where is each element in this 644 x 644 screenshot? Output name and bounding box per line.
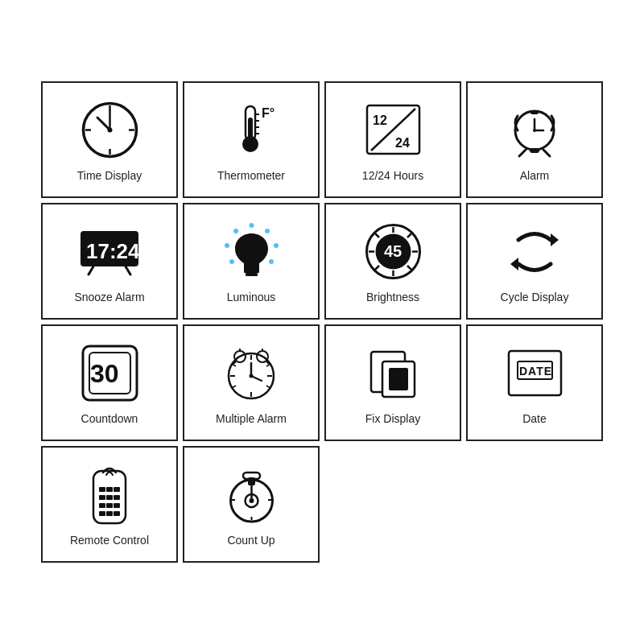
svg-point-41	[225, 243, 229, 248]
svg-rect-87	[99, 495, 105, 500]
svg-rect-79	[389, 368, 408, 390]
svg-line-24	[519, 150, 526, 156]
multiple-alarm-icon	[219, 341, 283, 406]
svg-text:17:24: 17:24	[86, 239, 140, 263]
time-display-icon	[77, 98, 142, 163]
thermometer-icon: F°	[219, 98, 283, 163]
svg-line-25	[543, 150, 550, 156]
date-label: Date	[522, 412, 547, 425]
svg-rect-85	[106, 487, 113, 492]
svg-rect-89	[114, 495, 120, 500]
svg-point-42	[229, 259, 234, 264]
luminous-item[interactable]: Luminous	[183, 203, 320, 320]
thermometer-label: Thermometer	[217, 169, 285, 182]
remote-control-icon	[77, 463, 142, 527]
luminous-label: Luminous	[227, 291, 276, 303]
svg-point-40	[233, 229, 238, 233]
fix-display-icon	[361, 341, 425, 406]
hours-1224-label: 12/24 Hours	[362, 169, 423, 182]
count-up-label: Count Up	[227, 534, 275, 547]
time-display-label: Time Display	[77, 169, 142, 182]
svg-rect-35	[246, 273, 258, 276]
svg-rect-23	[530, 110, 539, 114]
svg-rect-91	[106, 503, 113, 508]
brightness-icon: 45	[361, 220, 425, 284]
svg-marker-54	[551, 233, 559, 246]
date-icon: DATE	[502, 341, 567, 406]
time-display-item[interactable]: Time Display	[41, 81, 178, 198]
svg-rect-98	[243, 473, 260, 479]
snooze-alarm-icon: 17:24	[77, 220, 142, 284]
multiple-alarm-label: Multiple Alarm	[216, 412, 287, 425]
svg-point-37	[265, 229, 270, 233]
alarm-item[interactable]: Alarm	[466, 81, 603, 198]
svg-line-6	[97, 118, 110, 130]
fix-display-item[interactable]: Fix Display	[324, 324, 461, 441]
svg-line-49	[375, 233, 379, 237]
svg-point-70	[250, 374, 254, 378]
svg-text:30: 30	[90, 359, 119, 388]
svg-rect-92	[114, 503, 120, 508]
svg-line-52	[407, 266, 411, 270]
snooze-alarm-label: Snooze Alarm	[74, 291, 144, 303]
remote-control-label: Remote Control	[70, 534, 149, 547]
svg-text:F°: F°	[262, 106, 275, 120]
svg-rect-93	[99, 511, 105, 516]
svg-line-32	[89, 266, 93, 275]
row-1: Time Display F°	[41, 81, 603, 198]
countdown-item[interactable]: 30 Countdown	[41, 324, 178, 441]
svg-line-50	[407, 233, 411, 237]
row-3: 30 Countdown	[41, 324, 603, 441]
svg-text:12: 12	[373, 114, 387, 127]
svg-line-51	[375, 266, 379, 270]
brightness-item[interactable]: 45 Brightness	[324, 203, 461, 320]
cycle-display-label: Cycle Display	[501, 291, 569, 303]
count-up-item[interactable]: Count Up	[183, 446, 320, 563]
hours-1224-item[interactable]: 12 24 12/24 Hours	[324, 81, 461, 198]
cycle-display-item[interactable]: Cycle Display	[466, 203, 603, 320]
cycle-display-icon	[502, 220, 567, 284]
svg-rect-34	[244, 270, 259, 273]
svg-line-33	[126, 266, 130, 275]
svg-rect-94	[106, 511, 113, 516]
svg-text:24: 24	[395, 136, 410, 150]
svg-text:DATE: DATE	[519, 365, 552, 378]
svg-rect-22	[530, 148, 539, 153]
feature-grid: Time Display F°	[25, 65, 619, 579]
svg-point-11	[245, 138, 256, 150]
count-up-icon	[219, 463, 283, 527]
multiple-alarm-item[interactable]: Multiple Alarm	[183, 324, 320, 441]
brightness-label: Brightness	[366, 291, 419, 303]
svg-rect-90	[99, 503, 105, 508]
svg-point-38	[274, 243, 279, 248]
luminous-icon	[219, 220, 283, 284]
svg-text:45: 45	[384, 242, 402, 260]
thermometer-item[interactable]: F° Thermometer	[183, 81, 320, 198]
row-2: 17:24 Snooze Alarm	[41, 203, 603, 320]
snooze-alarm-item[interactable]: 17:24 Snooze Alarm	[41, 203, 178, 320]
remote-control-item[interactable]: Remote Control	[41, 446, 178, 563]
alarm-label: Alarm	[520, 169, 550, 182]
svg-point-36	[249, 223, 254, 228]
svg-point-28	[533, 129, 536, 132]
svg-point-39	[269, 259, 274, 264]
svg-marker-55	[510, 258, 518, 270]
svg-rect-86	[114, 487, 120, 492]
svg-rect-84	[99, 487, 105, 492]
countdown-icon: 30	[77, 341, 142, 406]
row-4: Remote Control	[41, 446, 603, 563]
fix-display-label: Fix Display	[365, 412, 420, 425]
svg-rect-88	[106, 495, 113, 500]
date-item[interactable]: DATE Date	[466, 324, 603, 441]
hours-1224-icon: 12 24	[361, 98, 425, 163]
alarm-icon	[502, 98, 567, 163]
countdown-label: Countdown	[81, 412, 138, 425]
svg-rect-95	[114, 511, 120, 516]
